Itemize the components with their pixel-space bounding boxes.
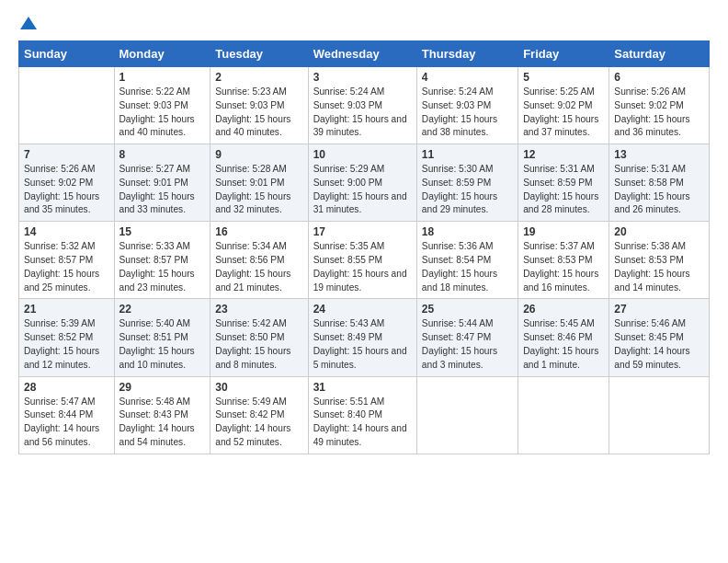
date-number: 14 xyxy=(24,225,109,238)
cell-info: Sunrise: 5:29 AMSunset: 9:00 PMDaylight:… xyxy=(313,163,412,217)
date-number: 19 xyxy=(523,225,604,238)
cell-info: Sunrise: 5:22 AMSunset: 9:03 PMDaylight:… xyxy=(119,86,206,140)
day-header: Tuesday xyxy=(210,41,308,67)
calendar-cell xyxy=(609,376,710,454)
calendar-cell: 18Sunrise: 5:36 AMSunset: 8:54 PMDayligh… xyxy=(416,222,518,299)
date-number: 27 xyxy=(614,303,704,316)
cell-info: Sunrise: 5:36 AMSunset: 8:54 PMDaylight:… xyxy=(422,240,513,294)
cell-info: Sunrise: 5:24 AMSunset: 9:03 PMDaylight:… xyxy=(422,86,513,140)
calendar-cell: 24Sunrise: 5:43 AMSunset: 8:49 PMDayligh… xyxy=(308,299,416,376)
date-number: 17 xyxy=(313,225,412,238)
calendar-cell: 27Sunrise: 5:46 AMSunset: 8:45 PMDayligh… xyxy=(609,299,710,376)
week-row: 1Sunrise: 5:22 AMSunset: 9:03 PMDaylight… xyxy=(19,67,710,144)
day-header: Sunday xyxy=(19,41,115,67)
cell-info: Sunrise: 5:26 AMSunset: 9:02 PMDaylight:… xyxy=(614,86,704,140)
calendar-cell: 21Sunrise: 5:39 AMSunset: 8:52 PMDayligh… xyxy=(19,299,115,376)
cell-info: Sunrise: 5:37 AMSunset: 8:53 PMDaylight:… xyxy=(523,240,604,294)
calendar-cell: 25Sunrise: 5:44 AMSunset: 8:47 PMDayligh… xyxy=(416,299,518,376)
cell-info: Sunrise: 5:40 AMSunset: 8:51 PMDaylight:… xyxy=(119,317,206,372)
calendar-cell: 16Sunrise: 5:34 AMSunset: 8:56 PMDayligh… xyxy=(210,222,308,299)
calendar-cell: 20Sunrise: 5:38 AMSunset: 8:53 PMDayligh… xyxy=(609,222,710,299)
calendar-cell: 3Sunrise: 5:24 AMSunset: 9:03 PMDaylight… xyxy=(308,67,416,144)
calendar-cell: 5Sunrise: 5:25 AMSunset: 9:02 PMDaylight… xyxy=(518,67,609,144)
date-number: 9 xyxy=(215,148,302,161)
cell-info: Sunrise: 5:32 AMSunset: 8:57 PMDaylight:… xyxy=(24,240,109,294)
date-number: 4 xyxy=(422,71,513,84)
cell-info: Sunrise: 5:27 AMSunset: 9:01 PMDaylight:… xyxy=(119,163,206,217)
date-number: 3 xyxy=(313,71,412,84)
week-row: 14Sunrise: 5:32 AMSunset: 8:57 PMDayligh… xyxy=(19,222,710,299)
calendar-cell: 22Sunrise: 5:40 AMSunset: 8:51 PMDayligh… xyxy=(114,299,210,376)
calendar-cell: 11Sunrise: 5:30 AMSunset: 8:59 PMDayligh… xyxy=(416,144,518,222)
cell-info: Sunrise: 5:45 AMSunset: 8:46 PMDaylight:… xyxy=(523,317,604,372)
cell-info: Sunrise: 5:51 AMSunset: 8:40 PMDaylight:… xyxy=(313,396,412,450)
cell-info: Sunrise: 5:26 AMSunset: 9:02 PMDaylight:… xyxy=(24,163,109,217)
calendar-cell: 7Sunrise: 5:26 AMSunset: 9:02 PMDaylight… xyxy=(19,144,115,222)
date-number: 16 xyxy=(215,225,302,238)
date-number: 22 xyxy=(119,303,206,316)
calendar-cell: 28Sunrise: 5:47 AMSunset: 8:44 PMDayligh… xyxy=(19,376,115,454)
calendar-table: SundayMondayTuesdayWednesdayThursdayFrid… xyxy=(18,40,710,454)
calendar-cell: 17Sunrise: 5:35 AMSunset: 8:55 PMDayligh… xyxy=(308,222,416,299)
date-number: 21 xyxy=(24,303,109,316)
day-header: Wednesday xyxy=(308,41,416,67)
page: SundayMondayTuesdayWednesdayThursdayFrid… xyxy=(0,0,728,464)
calendar-cell: 31Sunrise: 5:51 AMSunset: 8:40 PMDayligh… xyxy=(308,376,416,454)
date-number: 18 xyxy=(422,225,513,238)
calendar-cell xyxy=(19,67,115,144)
day-header: Friday xyxy=(518,41,609,67)
calendar-cell: 30Sunrise: 5:49 AMSunset: 8:42 PMDayligh… xyxy=(210,376,308,454)
date-number: 11 xyxy=(422,148,513,161)
cell-info: Sunrise: 5:49 AMSunset: 8:42 PMDaylight:… xyxy=(215,396,302,450)
date-number: 28 xyxy=(24,381,109,394)
calendar-cell: 9Sunrise: 5:28 AMSunset: 9:01 PMDaylight… xyxy=(210,144,308,222)
calendar-cell: 19Sunrise: 5:37 AMSunset: 8:53 PMDayligh… xyxy=(518,222,609,299)
cell-info: Sunrise: 5:39 AMSunset: 8:52 PMDaylight:… xyxy=(24,317,109,372)
calendar-cell: 26Sunrise: 5:45 AMSunset: 8:46 PMDayligh… xyxy=(518,299,609,376)
cell-info: Sunrise: 5:44 AMSunset: 8:47 PMDaylight:… xyxy=(422,317,513,372)
date-number: 15 xyxy=(119,225,206,238)
calendar-cell: 13Sunrise: 5:31 AMSunset: 8:58 PMDayligh… xyxy=(609,144,710,222)
cell-info: Sunrise: 5:42 AMSunset: 8:50 PMDaylight:… xyxy=(215,317,302,372)
date-number: 13 xyxy=(614,148,704,161)
calendar-cell: 14Sunrise: 5:32 AMSunset: 8:57 PMDayligh… xyxy=(19,222,115,299)
date-number: 24 xyxy=(313,303,412,316)
date-number: 25 xyxy=(422,303,513,316)
date-number: 6 xyxy=(614,71,704,84)
date-number: 5 xyxy=(523,71,604,84)
calendar-cell: 8Sunrise: 5:27 AMSunset: 9:01 PMDaylight… xyxy=(114,144,210,222)
cell-info: Sunrise: 5:46 AMSunset: 8:45 PMDaylight:… xyxy=(614,317,704,372)
calendar-cell: 15Sunrise: 5:33 AMSunset: 8:57 PMDayligh… xyxy=(114,222,210,299)
cell-info: Sunrise: 5:47 AMSunset: 8:44 PMDaylight:… xyxy=(24,396,109,450)
date-number: 2 xyxy=(215,71,302,84)
calendar-cell xyxy=(416,376,518,454)
date-number: 29 xyxy=(119,381,206,394)
calendar-cell: 2Sunrise: 5:23 AMSunset: 9:03 PMDaylight… xyxy=(210,67,308,144)
cell-info: Sunrise: 5:48 AMSunset: 8:43 PMDaylight:… xyxy=(119,396,206,450)
cell-info: Sunrise: 5:38 AMSunset: 8:53 PMDaylight:… xyxy=(614,240,704,294)
header xyxy=(18,17,710,31)
date-number: 12 xyxy=(523,148,604,161)
cell-info: Sunrise: 5:24 AMSunset: 9:03 PMDaylight:… xyxy=(313,86,412,140)
logo-triangle-icon xyxy=(20,17,37,29)
date-number: 8 xyxy=(119,148,206,161)
logo xyxy=(18,17,37,31)
cell-info: Sunrise: 5:30 AMSunset: 8:59 PMDaylight:… xyxy=(422,163,513,217)
cell-info: Sunrise: 5:34 AMSunset: 8:56 PMDaylight:… xyxy=(215,240,302,294)
calendar-cell: 10Sunrise: 5:29 AMSunset: 9:00 PMDayligh… xyxy=(308,144,416,222)
date-number: 10 xyxy=(313,148,412,161)
calendar-cell: 23Sunrise: 5:42 AMSunset: 8:50 PMDayligh… xyxy=(210,299,308,376)
calendar-cell: 4Sunrise: 5:24 AMSunset: 9:03 PMDaylight… xyxy=(416,67,518,144)
date-number: 26 xyxy=(523,303,604,316)
date-number: 23 xyxy=(215,303,302,316)
cell-info: Sunrise: 5:28 AMSunset: 9:01 PMDaylight:… xyxy=(215,163,302,217)
date-number: 20 xyxy=(614,225,704,238)
cell-info: Sunrise: 5:35 AMSunset: 8:55 PMDaylight:… xyxy=(313,240,412,294)
date-number: 31 xyxy=(313,381,412,394)
week-row: 7Sunrise: 5:26 AMSunset: 9:02 PMDaylight… xyxy=(19,144,710,222)
cell-info: Sunrise: 5:31 AMSunset: 8:58 PMDaylight:… xyxy=(614,163,704,217)
calendar-cell xyxy=(518,376,609,454)
calendar-cell: 12Sunrise: 5:31 AMSunset: 8:59 PMDayligh… xyxy=(518,144,609,222)
header-row: SundayMondayTuesdayWednesdayThursdayFrid… xyxy=(19,41,710,67)
cell-info: Sunrise: 5:31 AMSunset: 8:59 PMDaylight:… xyxy=(523,163,604,217)
